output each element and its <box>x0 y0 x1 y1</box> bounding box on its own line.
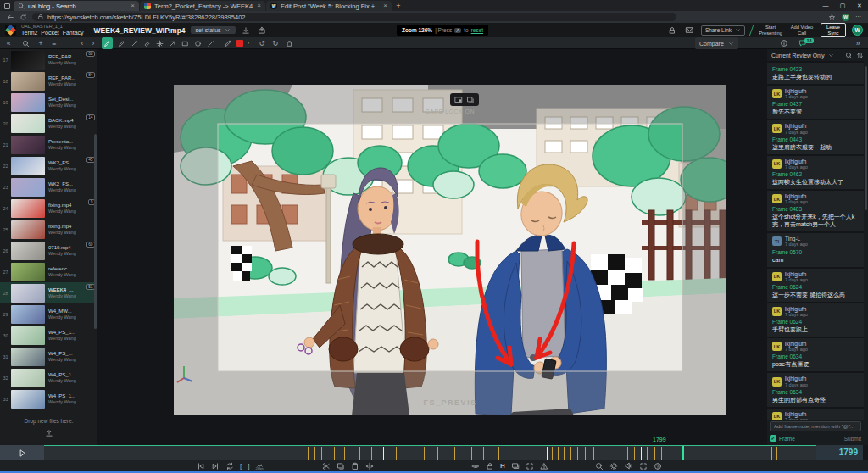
url-field[interactable]: https://syncsketch.com/sketch/Z5LDLFLKY5… <box>32 13 676 21</box>
lock-review-button[interactable] <box>667 25 678 36</box>
comment-frame-link[interactable]: Frame 0437 <box>772 101 859 107</box>
info-icon[interactable] <box>778 37 789 49</box>
timeline-annotation-marker[interactable] <box>654 447 655 460</box>
media-thumbnail[interactable] <box>11 220 45 239</box>
timeline-annotation-marker[interactable] <box>782 447 782 460</box>
help-icon[interactable] <box>654 462 662 470</box>
line-tool[interactable] <box>205 37 216 49</box>
comment[interactable]: LK lkjhigjufh 7 days ago Frame 0832 1和2脚… <box>767 407 864 420</box>
window-minimize-button[interactable]: — <box>817 0 834 11</box>
comment-frame-link[interactable]: Frame 0634 <box>772 353 859 359</box>
media-thumbnail[interactable] <box>11 369 45 387</box>
sidebar-media-item[interactable]: 31 W4_PS_... Wendy Wang <box>0 346 97 367</box>
loop-toggle-icon[interactable] <box>225 462 234 470</box>
timeline-annotation-marker[interactable] <box>454 447 455 460</box>
compare-dropdown[interactable]: Compare <box>695 37 738 49</box>
skip-to-start-icon[interactable] <box>197 462 205 470</box>
comment-frame-link[interactable]: Frame 0634 <box>772 389 859 395</box>
lock-frame-icon[interactable] <box>486 462 494 470</box>
sort-comments-icon[interactable] <box>856 52 864 59</box>
redo-icon[interactable]: ↻ <box>270 37 281 49</box>
media-thumbnail[interactable] <box>11 157 45 175</box>
draw-tool-active[interactable] <box>102 37 113 49</box>
browser-profile-avatar[interactable]: W <box>842 14 849 21</box>
sidebar-media-item[interactable]: 18 REF_PAR... Wendy Wang 84 <box>0 70 97 92</box>
cut-icon[interactable] <box>322 462 331 470</box>
timeline-annotation-marker[interactable] <box>564 447 565 460</box>
comments-scrollbar[interactable] <box>865 66 867 210</box>
zoom-reset-link[interactable]: reset <box>471 27 483 33</box>
pen-color-tool[interactable] <box>222 37 233 49</box>
arrow-tool[interactable] <box>167 37 178 49</box>
media-thumbnail[interactable] <box>11 242 45 260</box>
favorite-star-icon[interactable] <box>828 14 836 21</box>
timeline-annotation-marker[interactable] <box>424 447 425 460</box>
undo-icon[interactable]: ↺ <box>257 37 267 49</box>
back-icon[interactable] <box>7 14 14 21</box>
sidebar-media-item[interactable]: 26 0710.mp4 Wendy Wang 60 <box>0 240 97 261</box>
frame-checkbox[interactable]: ✓ <box>770 435 776 442</box>
add-item-icon[interactable]: + <box>36 37 46 49</box>
timeline-annotation-marker[interactable] <box>634 447 635 460</box>
submit-comment-button[interactable]: Submit <box>844 436 861 442</box>
timeline-annotation-marker[interactable] <box>334 447 335 460</box>
media-thumbnail[interactable] <box>11 136 45 154</box>
timeline-annotation-marker[interactable] <box>558 447 559 460</box>
comment[interactable]: LK lkjhigjufh 7 days ago Frame 0624 手臂也要… <box>767 302 864 337</box>
comment-input[interactable] <box>774 424 857 429</box>
media-thumbnail[interactable] <box>11 326 45 345</box>
media-thumbnail[interactable] <box>11 263 45 281</box>
timeline-annotation-marker[interactable] <box>498 447 499 460</box>
comment[interactable]: LK lkjhigjufh 7 days ago Frame 0443 这里肩膀… <box>767 119 864 153</box>
timeline-annotation-marker[interactable] <box>787 447 787 460</box>
timeline-annotation-marker[interactable] <box>531 447 531 460</box>
delete-annotation-icon[interactable] <box>284 37 295 49</box>
comment[interactable]: TI Ting-L 7 days ago Frame 0570 cam <box>767 231 864 266</box>
review-canvas[interactable]: FS_PREVIS CAPS LOCK ON <box>97 49 767 445</box>
sidebar-media-item[interactable]: 27 referenc... Wendy Wang <box>0 261 97 282</box>
leave-sync-button[interactable]: Leave Sync <box>821 23 846 37</box>
browser-tab[interactable]: Term2_Pocket_Fantacy -> WEEK4 × <box>140 1 265 11</box>
media-thumbnail[interactable] <box>11 51 45 70</box>
sidebar-media-item[interactable]: 23 WK2_FS... Wendy Wang <box>0 176 97 198</box>
prev-item-icon[interactable]: ‹ <box>78 37 86 49</box>
timeline-annotation-marker[interactable] <box>409 447 409 460</box>
laser-tool[interactable] <box>154 37 165 49</box>
comment[interactable]: LK lkjhigjufh 7 days ago Frame 0634 男生的肘… <box>767 371 864 406</box>
timeline-annotation-marker[interactable] <box>542 447 542 460</box>
timeline-annotation-marker[interactable] <box>593 447 594 460</box>
playback-speed-control[interactable]: 24fps <box>255 461 263 471</box>
sidebar-media-item[interactable]: 29 W4_MW... Wendy Wang <box>0 303 97 325</box>
sidebar-media-item[interactable]: 25 fixing.mp4 Wendy Wang <box>0 219 97 240</box>
timeline-annotation-marker[interactable] <box>471 447 472 460</box>
media-thumbnail[interactable] <box>11 72 45 91</box>
timeline-annotation-marker[interactable] <box>515 447 515 460</box>
window-maximize-button[interactable]: ▢ <box>834 0 851 11</box>
comment[interactable]: Frame 0423 走路上半身也要转动的 <box>767 61 864 84</box>
warning-icon[interactable] <box>540 462 548 470</box>
skip-to-end-icon[interactable] <box>211 462 220 470</box>
video-frame[interactable]: FS_PREVIS CAPS LOCK ON <box>174 85 726 415</box>
comments-toggle-icon[interactable]: 18 <box>797 37 815 49</box>
timeline-annotation-marker[interactable] <box>570 447 571 460</box>
breadcrumb[interactable]: UAL_MASTER_1_1 Term2_Pocket_Fantacy <box>21 25 84 36</box>
pencil-tool[interactable] <box>116 37 127 49</box>
browser-tab[interactable]: ual blog - Search × <box>14 1 139 11</box>
sidebar-media-item[interactable]: 20 BACK.mp4 Wendy Wang 14 <box>0 113 97 134</box>
next-item-icon[interactable]: › <box>89 37 97 49</box>
browser-tab[interactable]: W Edit Post "Week 5: Blocking Fix + × <box>266 1 392 11</box>
fullscreen-icon[interactable] <box>639 462 648 470</box>
timeline-annotation-marker[interactable] <box>526 447 526 460</box>
tab-close-icon[interactable]: × <box>257 3 261 9</box>
timeline-annotation-marker[interactable] <box>314 447 315 460</box>
timeline-annotation-marker[interactable] <box>771 447 772 460</box>
timeline-annotation-marker[interactable] <box>547 447 548 460</box>
tab-close-icon[interactable]: × <box>131 3 135 9</box>
sidebar-media-item[interactable]: 30 W4_PS_1... Wendy Wang <box>0 325 97 346</box>
timeline-annotation-marker[interactable] <box>627 447 628 460</box>
comment-frame-link[interactable]: Frame 0423 <box>772 66 859 72</box>
timeline-annotation-marker[interactable] <box>321 447 322 460</box>
timeline-annotation-marker[interactable] <box>776 447 777 460</box>
frame-guides-icon[interactable] <box>526 462 534 470</box>
media-thumbnail[interactable] <box>11 348 45 366</box>
